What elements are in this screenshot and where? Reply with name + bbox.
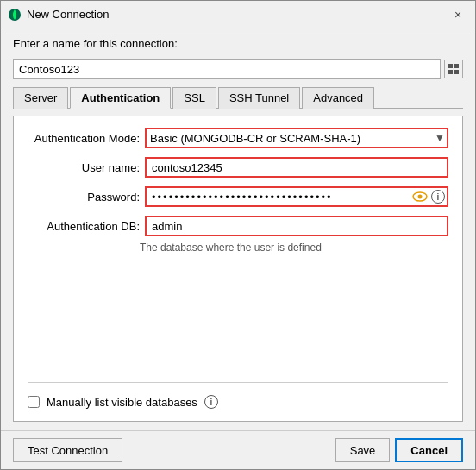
auth-db-input[interactable] (145, 216, 448, 236)
connection-name-row (13, 59, 463, 79)
dialog-body: Enter a name for this connection: Server… (1, 28, 475, 430)
auth-mode-select[interactable]: None Basic (MONGODB-CR or SCRAM-SHA-1) L… (145, 128, 448, 148)
svg-point-7 (418, 195, 423, 199)
separator (28, 382, 448, 383)
toggle-password-button[interactable] (412, 189, 428, 204)
auth-db-label: Authentication DB: (28, 220, 140, 233)
auth-mode-row: Authentication Mode: None Basic (MONGODB… (28, 128, 448, 148)
save-button[interactable]: Save (335, 438, 391, 462)
tab-server[interactable]: Server (13, 87, 68, 109)
footer: Test Connection Save Cancel (1, 430, 475, 469)
footer-right: Save Cancel (335, 438, 463, 462)
tab-advanced[interactable]: Advanced (302, 87, 374, 109)
username-label: User name: (28, 161, 140, 174)
app-icon (8, 8, 22, 22)
auth-mode-select-wrap: None Basic (MONGODB-CR or SCRAM-SHA-1) L… (145, 128, 448, 148)
spacer (28, 262, 448, 370)
close-button[interactable]: × (448, 4, 468, 25)
tab-authentication[interactable]: Authentication (70, 87, 171, 109)
grid-icon-button[interactable] (444, 60, 463, 78)
tab-ssh-tunnel[interactable]: SSH Tunnel (218, 87, 300, 109)
password-input[interactable] (145, 186, 448, 207)
auth-db-input-wrap (145, 216, 448, 236)
svg-rect-3 (454, 64, 459, 68)
eye-icon (412, 191, 428, 203)
password-icons: i (412, 189, 445, 204)
auth-db-row: Authentication DB: (28, 216, 448, 236)
svg-rect-2 (448, 64, 453, 68)
password-info-icon[interactable]: i (431, 190, 445, 204)
manually-list-info-icon[interactable]: i (204, 395, 218, 409)
username-row: User name: (28, 157, 448, 178)
tab-bar: Server Authentication SSL SSH Tunnel Adv… (13, 86, 463, 109)
password-label: Password: (28, 191, 140, 204)
manually-list-label: Manually list visible databases (47, 396, 197, 409)
svg-rect-4 (448, 70, 453, 74)
connection-name-label: Enter a name for this connection: (13, 37, 463, 50)
svg-rect-5 (454, 70, 459, 74)
grid-icon (448, 64, 459, 74)
connection-name-input[interactable] (13, 59, 441, 79)
username-input-wrap (145, 157, 448, 178)
tab-ssl[interactable]: SSL (172, 87, 216, 109)
title-bar: New Connection × (1, 1, 475, 28)
dialog-title: New Connection (27, 8, 109, 21)
tab-content-authentication: Authentication Mode: None Basic (MONGODB… (13, 116, 463, 422)
auth-mode-label: Authentication Mode: (28, 132, 140, 145)
username-input[interactable] (145, 157, 448, 178)
manually-list-row: Manually list visible databases i (28, 395, 448, 409)
new-connection-dialog: New Connection × Enter a name for this c… (0, 0, 476, 470)
cancel-button[interactable]: Cancel (395, 438, 463, 462)
test-connection-button[interactable]: Test Connection (13, 438, 122, 462)
password-row: Password: i (28, 186, 448, 207)
auth-db-hint: The database where the user is defined (28, 241, 448, 254)
manually-list-checkbox[interactable] (28, 396, 40, 408)
title-bar-left: New Connection (8, 8, 109, 22)
svg-point-1 (14, 16, 16, 18)
password-input-wrap: i (145, 186, 448, 207)
